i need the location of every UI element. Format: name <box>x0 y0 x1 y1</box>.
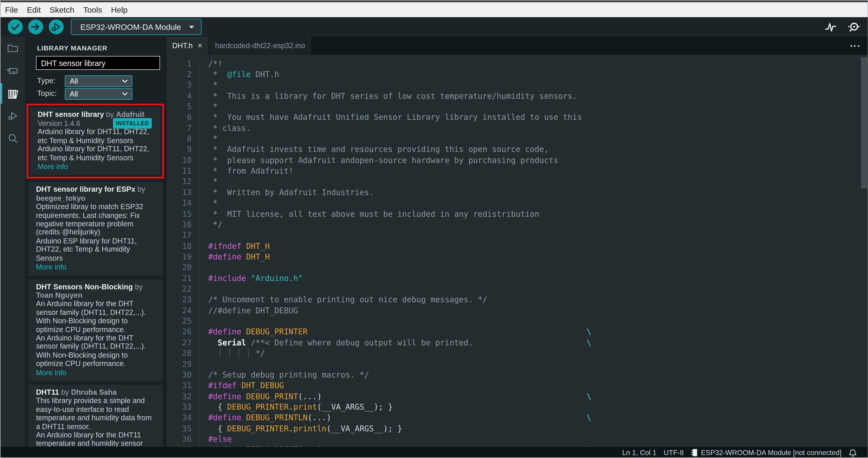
library-description-line: a DHT11 sensor. <box>36 422 154 431</box>
library-description-line: An Arduino library for the DHT <box>36 334 154 342</box>
menubar: File Edit Sketch Tools Help <box>0 2 868 17</box>
library-search-input[interactable] <box>36 56 160 70</box>
statusbar: Ln 1, Col 1 UTF-8 ESP32-WROOM-DA Module … <box>0 447 868 458</box>
menu-help[interactable]: Help <box>106 5 132 14</box>
library-description-line: With Non-Blocking design to <box>36 317 154 325</box>
menu-edit[interactable]: Edit <box>22 5 45 14</box>
editor-overflow-menu-icon[interactable] <box>850 45 859 47</box>
encoding-indicator[interactable]: UTF-8 <box>664 449 684 457</box>
toolbar: ESP32-WROOM-DA Module <box>0 17 868 37</box>
library-description-line: Arduino library for DHT11, DHT22, <box>38 145 153 153</box>
library-card-list: DHT sensor library by AdafruitVersion 1.… <box>25 104 165 447</box>
library-manager-panel: LIBRARY MANAGER Type: All Topic: All DHT… <box>25 37 165 447</box>
library-description-line: temperature and humidity data from <box>36 414 154 422</box>
type-filter-select[interactable]: All <box>65 76 132 87</box>
panel-title: LIBRARY MANAGER <box>37 44 107 52</box>
library-description-line: An Arduino library for the DHT <box>36 299 154 308</box>
library-description-line: requirements. Last changes: Fix <box>36 211 154 220</box>
verify-button[interactable] <box>8 20 23 34</box>
serial-monitor-icon[interactable] <box>847 21 860 33</box>
more-info-link[interactable]: More info <box>36 263 154 271</box>
library-description-line: Optimized libray to match ESP32 <box>36 203 154 211</box>
topic-filter-label: Topic: <box>37 89 57 98</box>
board-selector-label: ESP32-WROOM-DA Module <box>81 22 189 31</box>
library-description-line: negative temperature problem <box>36 220 154 228</box>
library-description-line: Sensors <box>36 254 154 262</box>
close-icon[interactable]: × <box>197 42 202 50</box>
gutter: 1234567891011121314151617181920212223242… <box>166 59 199 447</box>
library-card[interactable]: DHT Sensors Non-Blocking by Toan NguyenA… <box>28 279 162 381</box>
library-description-line: This library provides a simple and <box>36 397 154 405</box>
board-status[interactable]: ESP32-WROOM-DA Module [not connected] <box>691 449 842 457</box>
chevron-down-icon <box>122 92 128 96</box>
type-filter-label: Type: <box>37 77 56 85</box>
code-lines[interactable]: /*! * @file DHT.h * * This is a library … <box>208 59 868 447</box>
check-icon <box>8 20 23 34</box>
serial-plotter-icon[interactable] <box>825 21 837 33</box>
installed-badge: INSTALLED <box>113 118 152 128</box>
library-card-selected[interactable]: DHT sensor library by AdafruitVersion 1.… <box>27 104 164 179</box>
library-card-title: DHT sensor library by Adafruit <box>38 110 153 119</box>
tab-dht-h[interactable]: DHT.h × <box>166 37 209 55</box>
arrow-right-icon <box>28 20 43 34</box>
editor-scrollbar[interactable] <box>861 57 867 189</box>
library-description-line: An Arduino library for the DHT11 <box>36 431 154 439</box>
sidebar-item-boards-manager[interactable] <box>6 64 20 78</box>
library-description-line: etc Temp & Humidity Sensors <box>38 136 153 145</box>
sidebar-item-sketchbook[interactable] <box>6 41 20 55</box>
library-version: Version 1.4.6 <box>38 119 113 128</box>
library-card-title: DHT11 by Dhruba Saha <box>36 388 154 397</box>
active-tab-indicator <box>0 83 2 104</box>
library-card-title: DHT sensor library for ESPx by beegee_to… <box>36 185 154 203</box>
board-icon <box>6 64 20 78</box>
library-description-line: DHT22, etc Temp & Humidity <box>36 245 154 254</box>
arduino-ide-window: File Edit Sketch Tools Help <box>0 0 868 458</box>
editor-area: DHT.h × hardcoded-dht22-esp32.ino 123456… <box>165 37 868 447</box>
library-description-line: sensor family (DHT11, DHT22,...). <box>36 342 154 351</box>
folder-icon <box>6 41 20 55</box>
bell-icon[interactable] <box>849 448 857 457</box>
menu-sketch[interactable]: Sketch <box>45 5 79 14</box>
library-description-line: Arduino ESP library for DHT11, <box>36 237 154 245</box>
upload-button[interactable] <box>28 20 43 34</box>
menu-tools[interactable]: Tools <box>79 5 106 14</box>
tab-sketch-ino[interactable]: hardcoded-dht22-esp32.ino <box>209 37 312 55</box>
more-info-link[interactable]: More info <box>38 163 153 171</box>
chip-icon <box>691 449 698 457</box>
library-description-line: With Non-Blocking design to <box>36 351 154 360</box>
debug-play-icon <box>49 20 64 34</box>
library-description-line: Arduino library for DHT11, DHT22, <box>38 128 153 136</box>
sidebar-item-search[interactable] <box>6 132 20 145</box>
editor-tabbar: DHT.h × hardcoded-dht22-esp32.ino <box>166 37 868 55</box>
library-card[interactable]: DHT11 by Dhruba SahaThis library provide… <box>28 385 162 447</box>
library-description-line: optimize CPU performance. <box>36 359 154 368</box>
library-card-title: DHT Sensors Non-Blocking by Toan Nguyen <box>36 282 154 299</box>
library-description-line: (credits @helijunky) <box>36 228 154 237</box>
search-icon <box>6 132 20 145</box>
cursor-position[interactable]: Ln 1, Col 1 <box>622 449 656 457</box>
menu-file[interactable]: File <box>0 5 22 14</box>
activity-bar <box>0 37 25 447</box>
library-books-icon <box>6 87 20 101</box>
sidebar-item-debug[interactable] <box>6 109 20 122</box>
library-description-line: sensor family (DHT11, DHT22,...). <box>36 308 154 317</box>
library-description-line: optimize CPU performance. <box>36 325 154 334</box>
topic-filter-select[interactable]: All <box>65 88 132 99</box>
window-top-border <box>0 0 868 2</box>
chevron-down-icon <box>189 25 194 29</box>
library-card[interactable]: DHT sensor library for ESPx by beegee_to… <box>28 182 162 276</box>
library-description-line: easy-to-use interface to read <box>36 405 154 414</box>
code-editor[interactable]: 1234567891011121314151617181920212223242… <box>166 55 868 447</box>
start-debugging-button[interactable] <box>49 20 64 34</box>
board-selector[interactable]: ESP32-WROOM-DA Module <box>71 19 202 35</box>
chevron-down-icon <box>122 79 128 83</box>
sidebar-item-library-manager[interactable] <box>6 87 20 101</box>
more-info-link[interactable]: More info <box>36 369 154 377</box>
debug-icon <box>6 109 20 122</box>
library-description-line: etc Temp & Humidity Sensors <box>38 153 153 162</box>
library-description-line: temperature and humidity sensor <box>36 439 154 447</box>
